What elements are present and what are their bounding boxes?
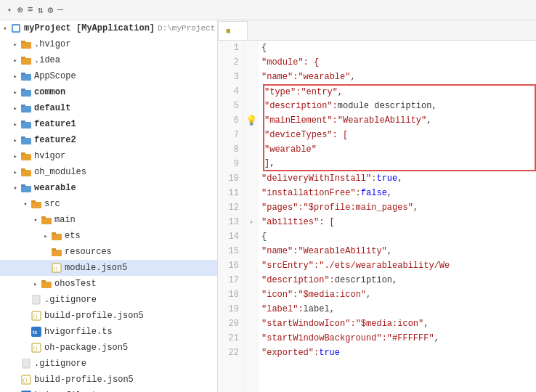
sidebar-item-default[interactable]: default <box>0 100 217 116</box>
tree-label-resources: resources <box>65 247 112 257</box>
code-line-12: "pages": "$profile:main_pages", <box>261 200 536 215</box>
sidebar-item-gitignore1[interactable]: .gitignore <box>0 292 217 308</box>
tree-label-common: common <box>34 87 65 97</box>
line-number-8: 8 <box>218 142 239 157</box>
gutter-13: ▾ <box>244 215 259 229</box>
svg-rect-20 <box>21 186 31 192</box>
gutter-16 <box>244 258 259 273</box>
svg-rect-9 <box>21 89 25 91</box>
code-line-15: "name": "WearableAbility", <box>261 244 536 258</box>
token-4: "type": <box>264 85 301 99</box>
token-10: "deliveryWithInstall": <box>261 171 376 186</box>
code-line-6: "mainElement": "WearableAbility", <box>263 113 536 128</box>
tree-label-hvigor: .hvigor <box>34 39 70 49</box>
svg-text:{}: {} <box>33 346 38 351</box>
tree-label-default: default <box>34 103 70 113</box>
svg-rect-41 <box>23 359 30 368</box>
tree-arrow-feature1 <box>10 119 20 129</box>
token-11: false <box>361 186 387 200</box>
token-11: "installationFree": <box>261 186 361 200</box>
gutter-17 <box>244 273 259 287</box>
code-line-11: "installationFree": false, <box>261 186 536 200</box>
tree-arrow-hvigor <box>10 39 20 49</box>
gutter-21 <box>244 331 259 346</box>
json-icon-build_profile2: {} <box>20 374 32 385</box>
line-number-5: 5 <box>218 99 239 113</box>
line-number-15: 15 <box>218 244 239 258</box>
code-line-3: "name": "wearable", <box>261 70 536 84</box>
sort-icon[interactable]: ⇅ <box>38 4 44 16</box>
token-10: , <box>397 171 402 186</box>
sidebar-item-gitignore2[interactable]: .gitignore <box>0 356 217 372</box>
gear-icon[interactable]: ⚙ <box>48 4 54 16</box>
folder-blue-icon-AppScope <box>20 70 32 82</box>
sidebar-item-wearable[interactable]: wearable <box>0 180 217 196</box>
token-3: "name": <box>261 70 298 84</box>
folder-icon-ohosTest <box>41 278 52 290</box>
gutter-15 <box>244 244 259 258</box>
code-line-20: "startWindowIcon": "$media:icon", <box>261 317 536 331</box>
sidebar-item-AppScope[interactable]: AppScope <box>0 68 217 84</box>
sidebar-item-feature2[interactable]: feature2 <box>0 132 217 148</box>
add-icon[interactable]: ⊕ <box>17 4 23 16</box>
sidebar-item-idea[interactable]: .idea <box>0 52 217 68</box>
gutter-22 <box>244 346 259 360</box>
sidebar-item-hvigorfile_ts[interactable]: tshvigorfile.ts <box>0 324 217 340</box>
tree-label-oh_package: oh-package.json5 <box>44 343 128 353</box>
sidebar-item-resources[interactable]: resources <box>0 244 217 260</box>
sidebar-item-build_profile[interactable]: {}build-profile.json5 <box>0 308 217 324</box>
editor-tab[interactable]: ■ <box>218 21 248 40</box>
gutter-14 <box>244 229 259 244</box>
sidebar-item-module_json5[interactable]: {}module.json5 <box>0 260 217 276</box>
line-number-14: 14 <box>218 229 239 244</box>
token-10: true <box>376 171 397 186</box>
sidebar: myProject [MyApplication]D:\myProject.hv… <box>0 20 218 392</box>
line-number-18: 18 <box>218 287 239 302</box>
svg-rect-8 <box>21 90 31 97</box>
token-19: , <box>330 302 335 317</box>
folder-blue-icon-feature2 <box>20 134 32 146</box>
tree-label-build_profile: build-profile.json5 <box>44 311 144 321</box>
sidebar-item-oh_package[interactable]: {}oh-package.json5 <box>0 340 217 356</box>
token-19: label <box>304 302 330 317</box>
tree-arrow-common <box>10 87 20 97</box>
code-line-18: "icon": "$media:icon", <box>261 287 536 302</box>
svg-rect-21 <box>21 184 25 187</box>
sidebar-item-hvigorfile_ts2[interactable]: tshvigorfile.ts <box>0 388 217 392</box>
token-6: "WearableAbility" <box>338 113 426 128</box>
minimize-icon[interactable]: — <box>57 4 63 15</box>
line-number-19: 19 <box>218 302 239 317</box>
editor-content: 12345678910111213141516171819202122 💡▾ {… <box>218 41 536 392</box>
sidebar-item-myProject[interactable]: myProject [MyApplication]D:\myProject <box>0 20 217 36</box>
sidebar-item-build_profile2[interactable]: {}build-profile.json5 <box>0 372 217 388</box>
sidebar-item-main[interactable]: main <box>0 212 217 228</box>
code-line-1: { <box>261 41 536 55</box>
token-18: "icon": <box>261 287 298 302</box>
line-number-13: 13 <box>218 215 239 229</box>
gutter-11 <box>244 186 259 200</box>
sidebar-item-feature1[interactable]: feature1 <box>0 116 217 132</box>
gutter-10 <box>244 171 259 186</box>
fold-icon-13[interactable]: ▾ <box>249 219 253 226</box>
tree-label-AppScope: AppScope <box>34 71 76 81</box>
token-21: , <box>434 331 439 346</box>
sidebar-item-ets[interactable]: ets <box>0 228 217 244</box>
sidebar-item-ohosTest[interactable]: ohosTest <box>0 276 217 292</box>
code-line-10: "deliveryWithInstall": true, <box>261 171 536 186</box>
svg-rect-34 <box>33 295 40 304</box>
list-icon[interactable]: ≡ <box>28 4 33 15</box>
sidebar-item-oh_modules[interactable]: oh_modules <box>0 164 217 180</box>
sidebar-item-hvigor2[interactable]: hvigor <box>0 148 217 164</box>
token-11: , <box>387 186 392 200</box>
svg-rect-16 <box>21 154 31 160</box>
svg-text:{}: {} <box>23 377 28 383</box>
tree-label-hvigorfile_ts: hvigorfile.ts <box>44 327 113 337</box>
svg-rect-11 <box>21 105 25 107</box>
sidebar-item-src[interactable]: src <box>0 196 217 212</box>
gutter-9 <box>244 157 259 171</box>
token-15: , <box>387 244 392 258</box>
svg-rect-27 <box>52 232 56 234</box>
sidebar-item-hvigor[interactable]: .hvigor <box>0 36 217 52</box>
sidebar-item-common[interactable]: common <box>0 84 217 100</box>
svg-rect-18 <box>21 170 31 176</box>
